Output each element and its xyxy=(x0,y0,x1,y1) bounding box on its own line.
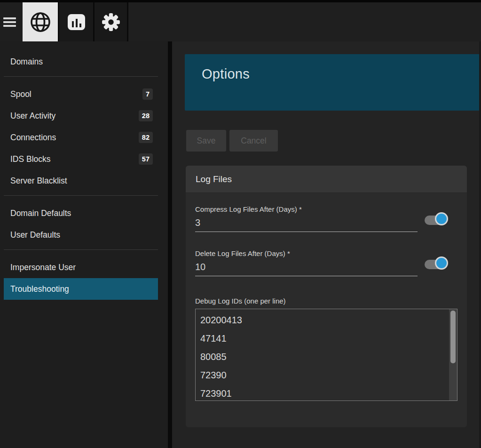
sidebar-item-spool[interactable]: Spool 7 xyxy=(4,83,158,105)
textarea-line: 47141 xyxy=(200,329,446,348)
toggle-knob xyxy=(435,212,448,225)
top-bar xyxy=(0,0,481,41)
delete-toggle[interactable] xyxy=(425,260,445,269)
sidebar-item-label: IDS Blocks xyxy=(10,154,51,164)
toggle-knob xyxy=(435,256,448,270)
cancel-button[interactable]: Cancel xyxy=(229,130,278,152)
textarea-line: 72390 xyxy=(200,366,446,384)
sidebar-item-user-defaults[interactable]: User Defaults xyxy=(4,224,158,246)
sidebar-item-domains[interactable]: Domains xyxy=(4,51,158,72)
hamburger-icon xyxy=(3,17,16,19)
sidebar-item-user-activity[interactable]: User Activity 28 xyxy=(4,105,158,127)
count-badge: 82 xyxy=(139,132,153,144)
sidebar: Domains Spool 7 User Activity 28 Connect… xyxy=(0,41,168,448)
count-badge: 57 xyxy=(139,153,153,165)
tab-reports[interactable] xyxy=(58,2,93,41)
sidebar-item-label: User Activity xyxy=(10,111,55,121)
right-edge-strip xyxy=(479,41,481,448)
sidebar-item-label: Spool xyxy=(10,89,32,99)
sidebar-divider xyxy=(4,195,158,196)
sidebar-content-divider xyxy=(168,41,172,448)
tab-settings[interactable] xyxy=(93,2,128,41)
sidebar-item-connections[interactable]: Connections 82 xyxy=(4,127,158,148)
sidebar-divider xyxy=(4,76,158,77)
sidebar-item-label: User Defaults xyxy=(10,230,60,240)
sidebar-divider xyxy=(4,249,158,250)
scrollbar-thumb[interactable] xyxy=(450,311,456,363)
top-tabs xyxy=(23,2,128,41)
sidebar-item-label: Domains xyxy=(10,57,43,67)
sidebar-item-label: Connections xyxy=(10,133,56,143)
field-label: Delete Log Files After (Days) * xyxy=(195,249,457,257)
tab-domains[interactable] xyxy=(23,2,58,41)
compress-days-input[interactable]: 3 xyxy=(195,216,418,232)
textarea-scrollbar[interactable] xyxy=(449,309,457,400)
page-title: Options xyxy=(185,54,480,82)
action-buttons: Save Cancel xyxy=(186,130,278,152)
sidebar-item-server-blacklist[interactable]: Server Blacklist xyxy=(4,170,158,192)
sidebar-item-label: Server Blacklist xyxy=(10,176,67,186)
menu-button[interactable] xyxy=(3,17,16,27)
section-title: Log Files xyxy=(186,166,467,193)
sidebar-item-domain-defaults[interactable]: Domain Defaults xyxy=(4,202,158,224)
textarea-line: 80085 xyxy=(200,348,446,366)
globe-icon xyxy=(29,11,52,33)
page-title-panel: Options xyxy=(185,54,480,111)
field-compress-log-files: Compress Log Files After (Days) * 3 xyxy=(195,205,457,232)
sidebar-item-label: Impersonate User xyxy=(10,263,76,272)
field-label: Compress Log Files After (Days) * xyxy=(195,205,457,213)
main-content: Options Save Cancel Log Files Compress L… xyxy=(172,41,481,448)
bar-chart-icon xyxy=(68,14,85,30)
textarea-line: 20200413 xyxy=(200,311,446,329)
sidebar-item-troubleshooting[interactable]: Troubleshooting xyxy=(4,278,158,300)
sidebar-item-ids-blocks[interactable]: IDS Blocks 57 xyxy=(4,148,158,170)
count-badge: 7 xyxy=(142,88,153,100)
sidebar-item-label: Troubleshooting xyxy=(10,284,69,294)
save-button[interactable]: Save xyxy=(186,130,226,152)
app-window: Domains Spool 7 User Activity 28 Connect… xyxy=(0,0,481,448)
log-files-card: Log Files Compress Log Files After (Days… xyxy=(186,166,467,427)
compress-toggle[interactable] xyxy=(425,216,445,225)
sidebar-item-impersonate-user[interactable]: Impersonate User xyxy=(4,256,158,278)
field-label: Debug Log IDs (one per line) xyxy=(195,297,457,305)
count-badge: 28 xyxy=(139,110,153,122)
card-body: Compress Log Files After (Days) * 3 Dele… xyxy=(186,205,467,401)
debug-log-ids-textarea[interactable]: 20200413 47141 80085 72390 723901 xyxy=(195,309,457,401)
delete-days-input[interactable]: 10 xyxy=(195,260,418,276)
textarea-line: 723901 xyxy=(200,384,446,401)
field-debug-log-ids: Debug Log IDs (one per line) 20200413 47… xyxy=(195,297,457,401)
gear-icon xyxy=(101,12,121,32)
field-delete-log-files: Delete Log Files After (Days) * 10 xyxy=(195,249,457,276)
sidebar-item-label: Domain Defaults xyxy=(10,208,71,218)
